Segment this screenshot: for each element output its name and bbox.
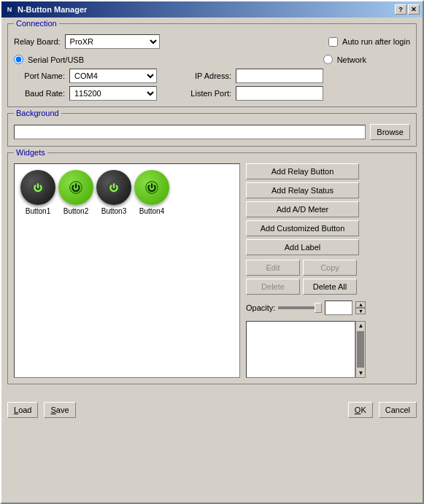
serial-port-label: Serial Port/USB bbox=[28, 55, 84, 64]
load-label: LLoadoad bbox=[14, 406, 31, 414]
serial-radio[interactable] bbox=[14, 55, 23, 64]
background-path-input[interactable] bbox=[14, 125, 366, 139]
button3-icon bbox=[96, 170, 131, 205]
button4-icon bbox=[134, 170, 169, 205]
title-bar: N N-Button Manager ? ✕ bbox=[1, 1, 423, 18]
auto-run-label: Auto run after login bbox=[342, 37, 410, 46]
delete-all-button[interactable]: Delete All bbox=[303, 279, 357, 295]
background-group: Background Browse bbox=[7, 113, 417, 147]
add-relay-status-button[interactable]: Add Relay Status bbox=[246, 182, 359, 198]
list-item[interactable]: Button4 bbox=[134, 170, 169, 215]
button4-label: Button4 bbox=[139, 207, 164, 215]
relay-board-label: Relay Board: bbox=[14, 37, 61, 46]
browse-button[interactable]: Browse bbox=[370, 124, 410, 140]
scroll-thumb bbox=[357, 331, 364, 368]
main-window: N N-Button Manager ? ✕ Connection Relay … bbox=[0, 0, 424, 504]
save-button[interactable]: Save bbox=[44, 402, 75, 418]
help-button[interactable]: ? bbox=[395, 4, 406, 15]
network-label: Network bbox=[337, 55, 366, 64]
widget-controls: Add Relay Button Add Relay Status Add A/… bbox=[246, 163, 366, 378]
opacity-input[interactable]: 100 bbox=[325, 301, 352, 315]
opacity-up-button[interactable]: ▲ bbox=[355, 301, 366, 308]
save-label: Save bbox=[50, 406, 69, 414]
connection-group-label: Connection bbox=[14, 19, 59, 28]
list-item[interactable]: Button3 bbox=[96, 170, 131, 215]
window-icon: N bbox=[4, 4, 15, 15]
widget-canvas[interactable]: Button1 Button2 bbox=[14, 163, 240, 378]
window-title: N-Button Manager bbox=[18, 5, 87, 14]
opacity-down-button[interactable]: ▼ bbox=[355, 308, 366, 314]
list-item[interactable]: Button1 bbox=[20, 170, 55, 215]
button3-label: Button3 bbox=[101, 207, 126, 215]
widgets-group-label: Widgets bbox=[14, 148, 47, 157]
add-label-button[interactable]: Add Label bbox=[246, 239, 359, 255]
network-radio[interactable] bbox=[323, 55, 333, 64]
opacity-label: Opacity: bbox=[246, 303, 275, 312]
listen-port-input[interactable]: 2000 bbox=[236, 86, 323, 101]
auto-run-checkbox[interactable] bbox=[328, 37, 338, 47]
bottom-buttons: LLoadoad Save OK Cancel bbox=[1, 402, 423, 418]
relay-board-select[interactable]: ProXR bbox=[65, 34, 160, 49]
button1-label: Button1 bbox=[26, 207, 50, 215]
ok-label: OK bbox=[355, 406, 366, 414]
listen-port-label: Listen Port: bbox=[179, 89, 231, 98]
scroll-down-arrow[interactable]: ▼ bbox=[357, 369, 364, 377]
opacity-spinner: ▲ ▼ bbox=[355, 301, 366, 314]
scroll-up-arrow[interactable]: ▲ bbox=[357, 322, 364, 330]
copy-button[interactable]: Copy bbox=[303, 260, 357, 276]
ip-address-label: IP Adress: bbox=[179, 71, 231, 80]
baud-rate-label: Baud Rate: bbox=[14, 89, 65, 98]
cancel-button[interactable]: Cancel bbox=[379, 402, 417, 418]
add-ad-meter-button[interactable]: Add A/D Meter bbox=[246, 201, 359, 217]
title-bar-buttons: ? ✕ bbox=[395, 4, 420, 15]
ip-address-input[interactable]: 192.168.0.104 bbox=[236, 69, 323, 83]
background-group-label: Background bbox=[14, 109, 61, 117]
button2-icon bbox=[58, 170, 93, 205]
button1-icon bbox=[20, 170, 55, 205]
load-button[interactable]: LLoadoad bbox=[7, 402, 38, 418]
add-relay-button[interactable]: Add Relay Button bbox=[246, 163, 359, 179]
preview-box bbox=[246, 321, 355, 378]
widgets-group: Widgets Button1 bbox=[7, 152, 417, 384]
edit-button[interactable]: Edit bbox=[246, 260, 300, 276]
button2-label: Button2 bbox=[63, 207, 88, 215]
list-item[interactable]: Button2 bbox=[58, 170, 93, 215]
preview-scrollbar[interactable]: ▲ ▼ bbox=[355, 321, 366, 378]
port-name-label: Port Name: bbox=[14, 71, 65, 80]
ok-button[interactable]: OK bbox=[348, 402, 373, 418]
close-button[interactable]: ✕ bbox=[408, 4, 420, 15]
connection-group: Connection Relay Board: ProXR Auto run a… bbox=[7, 23, 417, 107]
delete-button[interactable]: Delete bbox=[246, 279, 300, 295]
add-customized-button[interactable]: Add Customized Button bbox=[246, 220, 359, 236]
opacity-slider[interactable] bbox=[278, 306, 322, 309]
baud-rate-select[interactable]: 115200 bbox=[69, 86, 157, 101]
port-name-select[interactable]: COM4 bbox=[69, 69, 157, 83]
